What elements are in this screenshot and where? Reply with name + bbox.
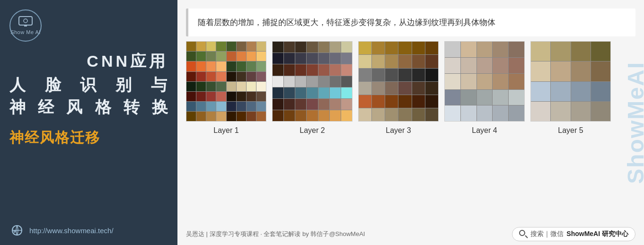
sidebar-title-line3: 神 经 风 格 转 换 — [9, 96, 168, 119]
logo-circle: Show Me AI — [9, 9, 42, 42]
top-banner: 随着层数的增加，捕捉的区域更大，特征逐步变得复杂，从边缘到纹理再到具体物体 — [186, 9, 635, 36]
layer-5-image — [530, 41, 611, 122]
main-content: ShowMeAI 随着层数的增加，捕捉的区域更大，特征逐步变得复杂，从边缘到纹理… — [177, 0, 644, 245]
sidebar-title-line2: 人 脸 识 别 与 — [9, 74, 168, 96]
link-icon — [9, 223, 25, 238]
layer-3-image — [358, 41, 439, 122]
logo-text: Show Me AI — [10, 29, 41, 35]
layer-5-col: Layer 5 — [530, 41, 611, 135]
sidebar-link-area: http://www.showmeai.tech/ — [9, 223, 114, 238]
search-icon — [519, 230, 528, 238]
sidebar-title-line1: CNN应用 — [9, 50, 168, 73]
sidebar-highlight: 神经风格迁移 — [9, 128, 100, 148]
bottom-bar: 吴恩达 | 深度学习专项课程 · 全套笔记解读 by 韩信子@ShowMeAI … — [177, 223, 644, 245]
layer-2-label: Layer 2 — [300, 126, 325, 135]
search-brand: ShowMeAI 研究中心 — [566, 230, 628, 238]
svg-rect-0 — [19, 17, 32, 25]
layer-2-image — [272, 41, 353, 122]
layer-4-col: Layer 4 — [444, 41, 525, 135]
layer-3-label: Layer 3 — [386, 126, 411, 135]
layer-2-col: Layer 2 — [272, 41, 353, 135]
svg-point-1 — [24, 19, 27, 23]
logo-area: Show Me AI — [9, 9, 42, 42]
logo-icon — [18, 16, 33, 28]
banner-text: 随着层数的增加，捕捉的区域更大，特征逐步变得复杂，从边缘到纹理再到具体物体 — [198, 16, 607, 29]
sidebar-link-text[interactable]: http://www.showmeai.tech/ — [29, 227, 114, 235]
layers-grid: Layer 1 Layer 2 Layer 3 Layer 4 Layer 5 — [186, 41, 635, 135]
layer-1-label: Layer 1 — [213, 126, 238, 135]
images-area: Layer 1 Layer 2 Layer 3 Layer 4 Layer 5 — [177, 41, 644, 223]
layer-5-label: Layer 5 — [558, 126, 583, 135]
sidebar: Show Me AI CNN应用 人 脸 识 别 与 神 经 风 格 转 换 神… — [0, 0, 177, 245]
layer-3-col: Layer 3 — [358, 41, 439, 135]
bottom-credit: 吴恩达 | 深度学习专项课程 · 全套笔记解读 by 韩信子@ShowMeAI — [186, 230, 365, 238]
search-box[interactable]: 搜索｜微信 ShowMeAI 研究中心 — [512, 227, 635, 241]
layer-1-col: Layer 1 — [186, 41, 266, 135]
layer-4-label: Layer 4 — [472, 126, 497, 135]
svg-rect-2 — [24, 25, 27, 26]
layer-1-image — [186, 41, 266, 122]
layer-4-image — [444, 41, 525, 122]
search-label: 搜索｜微信 — [530, 230, 564, 238]
